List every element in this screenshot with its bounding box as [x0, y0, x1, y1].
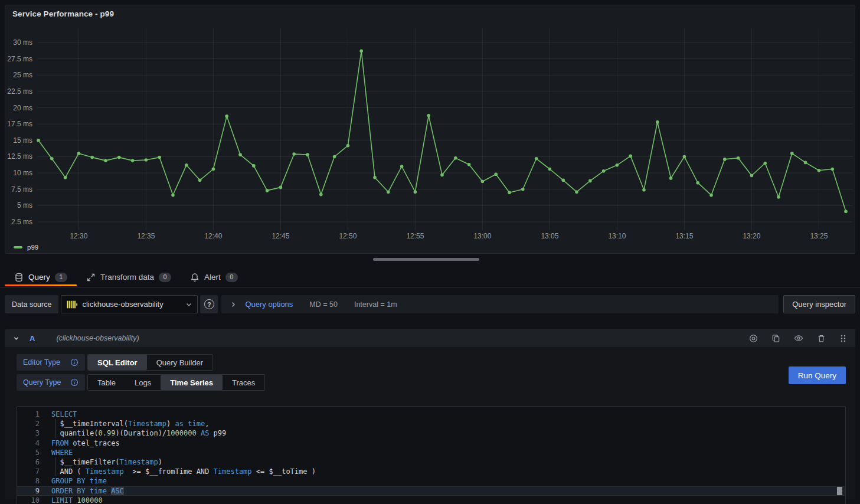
clickhouse-logo-icon	[67, 299, 77, 310]
tab-transform-data[interactable]: Transform data 0	[77, 267, 181, 287]
line-number: 4	[17, 438, 40, 448]
indent-guide	[55, 428, 55, 438]
code-line-2: 2 $__timeInterval(Timestamp) as time,	[17, 419, 845, 428]
datasource-help-button[interactable]: ?	[200, 295, 218, 313]
editor-type-radio-group: SQL Editor Query Builder	[87, 354, 213, 371]
query-type-label-chip: Query Type	[17, 374, 85, 391]
horizontal-scrollbar[interactable]	[373, 258, 479, 261]
y-tick-label: 22.5 ms	[5, 87, 32, 96]
max-data-points-value: MD = 50	[309, 300, 338, 309]
code-line-8: 8GROUP BY time	[17, 476, 845, 486]
line-number: 5	[17, 448, 40, 457]
y-tick-label: 17.5 ms	[5, 120, 32, 128]
editor-type-label: Editor Type	[23, 358, 60, 366]
info-icon[interactable]	[70, 358, 79, 366]
timeseries-plot[interactable]	[36, 27, 855, 235]
y-tick-label: 25 ms	[5, 71, 32, 79]
query-inspector-label: Query inspector	[792, 300, 846, 309]
query-type-traces[interactable]: Traces	[223, 375, 264, 390]
data-source-picker[interactable]: clickhouse-observability	[61, 295, 198, 313]
line-number: 7	[17, 467, 40, 476]
query-type-logs[interactable]: Logs	[125, 375, 161, 390]
query-options-link[interactable]: Query options	[245, 300, 293, 309]
x-tick-label: 13:25	[806, 232, 832, 240]
x-tick-label: 12:55	[402, 232, 428, 240]
editor-type-sql-editor[interactable]: SQL Editor	[88, 355, 147, 370]
code-line-3: 3 quantile(0.99)(Duration)/1000000 AS p9…	[17, 428, 845, 438]
code-line-9: 9ORDER BY time ASC	[17, 486, 845, 496]
run-query-button[interactable]: Run Query	[789, 366, 846, 384]
x-tick-label: 13:00	[469, 232, 495, 240]
x-tick-label: 13:05	[537, 232, 563, 240]
timeseries-panel: Service Performance - p99 30 ms27.5 ms25…	[5, 5, 855, 254]
tab-label: Alert	[204, 273, 221, 282]
x-tick-label: 12:50	[335, 232, 361, 240]
tab-query[interactable]: Query 1	[5, 267, 77, 287]
code-line-7: 7 AND ( Timestamp >= $__fromTime AND Tim…	[17, 467, 845, 476]
tab-label: Query	[28, 273, 50, 282]
x-tick-label: 13:10	[604, 232, 630, 240]
y-tick-label: 30 ms	[5, 38, 32, 47]
tab-badge: 1	[55, 273, 67, 282]
editor-type-query-builder[interactable]: Query Builder	[147, 355, 212, 370]
line-number: 10	[17, 496, 40, 504]
query-section-tabs: Query 1 Transform data 0 Alert 0	[0, 267, 860, 288]
record-icon[interactable]	[749, 334, 758, 343]
query-type-time-series[interactable]: Time Series	[161, 375, 223, 390]
line-number: 9	[17, 486, 40, 496]
indent-guide	[55, 467, 55, 476]
tab-alert[interactable]: Alert 0	[181, 267, 247, 287]
info-icon[interactable]	[70, 378, 79, 387]
line-number: 2	[17, 419, 40, 428]
x-tick-label: 13:15	[671, 232, 697, 240]
bell-icon	[190, 273, 200, 282]
panel-title: Service Performance - p99	[12, 9, 114, 18]
indent-guide	[55, 419, 55, 428]
transform-icon	[86, 273, 96, 282]
code-line-10: 10LIMIT 100000	[17, 496, 845, 504]
query-row-header[interactable]: A (clickhouse-observability)	[5, 329, 855, 347]
trash-icon[interactable]	[817, 334, 826, 343]
data-source-value: clickhouse-observability	[82, 300, 185, 309]
code-line-6: 6 $__timeFilter(Timestamp)	[17, 457, 845, 467]
x-tick-label: 12:35	[133, 232, 159, 240]
query-ref-id[interactable]: A	[30, 334, 35, 343]
y-tick-label: 7.5 ms	[5, 185, 32, 194]
code-line-4: 4FROM otel_traces	[17, 438, 845, 448]
eye-icon[interactable]	[794, 333, 803, 343]
code-line-1: 1SELECT	[17, 410, 845, 419]
query-type-table[interactable]: Table	[88, 375, 125, 390]
database-icon	[14, 273, 24, 282]
drag-handle-icon[interactable]	[839, 334, 847, 343]
x-tick-label: 12:40	[200, 232, 226, 240]
query-editor-body: Editor Type SQL Editor Query Builder Que…	[5, 347, 855, 499]
y-tick-label: 27.5 ms	[5, 55, 32, 63]
query-row-actions	[749, 333, 847, 343]
y-tick-label: 5 ms	[5, 201, 32, 210]
datasource-toolbar: Data source clickhouse-observability ? Q…	[5, 295, 855, 313]
question-circle-icon: ?	[204, 299, 214, 309]
editor-type-label-chip: Editor Type	[17, 354, 85, 371]
tab-badge: 0	[159, 273, 171, 282]
editor-cursor-marker	[837, 487, 842, 495]
collapse-chevron-icon[interactable]	[13, 335, 19, 342]
x-tick-label: 12:30	[66, 232, 91, 240]
legend-item-p99[interactable]: p99	[14, 243, 38, 252]
y-tick-label: 20 ms	[5, 104, 32, 112]
x-tick-label: 12:45	[267, 232, 293, 240]
sql-code-editor[interactable]: 1SELECT2 $__timeInterval(Timestamp) as t…	[17, 406, 846, 504]
y-tick-label: 12.5 ms	[5, 152, 32, 161]
chevron-down-icon	[185, 301, 192, 308]
query-inspector-button[interactable]: Query inspector	[783, 295, 855, 313]
y-tick-label: 2.5 ms	[5, 218, 32, 226]
tab-badge: 0	[225, 273, 238, 282]
code-line-5: 5WHERE	[17, 448, 845, 457]
query-datasource-note: (clickhouse-observability)	[56, 334, 139, 342]
query-type-radio-group: Table Logs Time Series Traces	[87, 374, 265, 391]
legend-label: p99	[27, 244, 38, 251]
chevron-right-icon[interactable]	[230, 301, 237, 308]
duplicate-icon[interactable]	[771, 334, 780, 343]
interval-value: Interval = 1m	[354, 300, 397, 309]
query-options-bar: Query options MD = 50 Interval = 1m	[221, 295, 779, 313]
data-source-label: Data source	[5, 295, 58, 313]
